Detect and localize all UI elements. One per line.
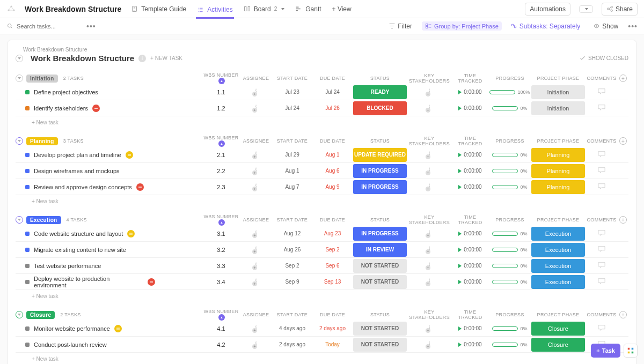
assignee-add-icon[interactable] (255, 341, 257, 348)
stakeholder-add-icon[interactable] (429, 230, 430, 237)
task-name[interactable]: Develop project plan and timeline (34, 152, 121, 158)
toolbar-more-icon[interactable]: ••• (628, 22, 638, 31)
col-progress[interactable]: PROGRESS (489, 138, 531, 144)
collapse-list-icon[interactable] (16, 55, 23, 62)
phase-pill[interactable]: Initiation (531, 101, 585, 115)
phase-pill[interactable]: Planning (531, 148, 585, 162)
time-tracked[interactable]: 0:00:00 (451, 325, 489, 331)
due-date[interactable]: Aug 6 (312, 168, 353, 174)
task-name[interactable]: Design wireframes and mockups (34, 168, 120, 174)
progress-cell[interactable]: 0% (489, 279, 531, 285)
due-date[interactable]: Aug 23 (312, 231, 353, 236)
col-due-date[interactable]: DUE DATE (312, 312, 353, 317)
col-wbs[interactable]: WBS NUMBER (202, 135, 240, 147)
add-view-button[interactable]: + View (331, 3, 353, 15)
group-collapse-icon[interactable] (16, 137, 23, 145)
new-task-row[interactable]: + New task (16, 195, 628, 204)
progress-cell[interactable]: 0% (489, 263, 531, 269)
col-project-phase[interactable]: PROJECT PHASE (531, 76, 586, 81)
group-collapse-icon[interactable] (16, 216, 23, 224)
group-tag[interactable]: Planning (26, 137, 58, 145)
col-time-tracked[interactable]: TIME TRACKED (451, 136, 489, 146)
assignee-add-icon[interactable] (255, 246, 257, 254)
task-row[interactable]: Code website structure and layout3.1Aug … (16, 226, 628, 242)
task-row[interactable]: Identify stakeholders1.2Jul 24Jul 26BLOC… (16, 100, 628, 116)
col-assignee[interactable]: ASSIGNEE (240, 312, 272, 317)
phase-pill[interactable]: Closure (531, 322, 585, 336)
task-row[interactable]: Design wireframes and mockups2.2Aug 1Aug… (16, 163, 628, 179)
phase-pill[interactable]: Closure (531, 338, 585, 352)
col-start-date[interactable]: START DATE (272, 138, 312, 144)
new-task-row[interactable]: + New task (16, 116, 628, 125)
comments-icon[interactable] (586, 278, 618, 286)
add-column-button[interactable]: + (619, 216, 627, 224)
start-date[interactable]: Aug 26 (272, 247, 312, 252)
col-assignee[interactable]: ASSIGNEE (240, 217, 272, 222)
time-tracked[interactable]: 0:00:00 (451, 184, 489, 190)
col-stakeholders[interactable]: KEY STAKEHOLDERS (407, 214, 451, 225)
add-column-button[interactable]: + (619, 137, 627, 145)
col-progress[interactable]: PROGRESS (489, 217, 531, 222)
new-task-row[interactable]: + New task (16, 353, 628, 362)
status-pill[interactable]: IN REVIEW (353, 243, 407, 257)
phase-pill[interactable]: Execution (531, 275, 585, 289)
col-comments[interactable]: COMMENTS (586, 76, 618, 81)
time-tracked[interactable]: 0:00:00 (451, 279, 489, 285)
status-pill[interactable]: NOT STARTED (353, 259, 407, 273)
status-pill[interactable]: NOT STARTED (353, 338, 407, 352)
due-date[interactable]: Sep 6 (312, 263, 353, 269)
comments-icon[interactable] (586, 183, 618, 191)
assignee-add-icon[interactable] (255, 151, 257, 159)
group-tag[interactable]: Execution (26, 216, 61, 224)
col-due-date[interactable]: DUE DATE (312, 217, 353, 222)
col-comments[interactable]: COMMENTS (586, 217, 618, 222)
more-icon[interactable]: ••• (86, 22, 96, 31)
col-time-tracked[interactable]: TIME TRACKED (451, 309, 489, 320)
stakeholder-add-icon[interactable] (429, 325, 430, 332)
col-status[interactable]: STATUS (353, 217, 407, 222)
col-project-phase[interactable]: PROJECT PHASE (531, 138, 586, 144)
col-progress[interactable]: PROGRESS (489, 76, 531, 81)
col-comments[interactable]: COMMENTS (586, 138, 618, 144)
time-tracked[interactable]: 0:00:00 (451, 263, 489, 269)
status-pill[interactable]: READY (353, 85, 407, 99)
time-tracked[interactable]: 0:00:00 (451, 231, 489, 236)
progress-cell[interactable]: 0% (489, 152, 531, 158)
assignee-add-icon[interactable] (255, 262, 257, 270)
progress-cell[interactable]: 100% (489, 90, 531, 95)
stakeholder-add-icon[interactable] (429, 167, 430, 175)
assignee-add-icon[interactable] (255, 278, 257, 286)
phase-pill[interactable]: Initiation (531, 85, 585, 99)
new-task-fab[interactable]: + Task (591, 344, 620, 358)
phase-pill[interactable]: Execution (531, 243, 585, 257)
comments-icon[interactable] (586, 88, 618, 96)
col-status[interactable]: STATUS (353, 312, 407, 317)
filter-button[interactable]: Filter (384, 20, 416, 32)
start-date[interactable]: Jul 23 (272, 89, 312, 95)
stakeholder-add-icon[interactable] (429, 151, 430, 159)
comments-icon[interactable] (586, 104, 618, 113)
assignee-add-icon[interactable] (255, 167, 257, 175)
new-task-row[interactable]: + New task (16, 290, 628, 299)
stakeholder-add-icon[interactable] (429, 246, 430, 254)
col-time-tracked[interactable]: TIME TRACKED (451, 214, 489, 225)
col-wbs[interactable]: WBS NUMBER (202, 214, 240, 226)
due-date[interactable]: Aug 9 (312, 184, 353, 190)
status-pill[interactable]: NOT STARTED (353, 275, 407, 289)
comments-icon[interactable] (586, 229, 618, 238)
automations-dropdown[interactable] (579, 5, 593, 13)
task-name[interactable]: Review and approve design concepts (34, 184, 132, 190)
col-due-date[interactable]: DUE DATE (312, 138, 353, 144)
start-date[interactable]: Sep 2 (272, 263, 312, 269)
stakeholder-add-icon[interactable] (429, 341, 430, 348)
col-progress[interactable]: PROGRESS (489, 312, 531, 317)
due-date[interactable]: 2 days ago (312, 325, 353, 331)
task-name[interactable]: Monitor website performance (34, 325, 110, 332)
time-tracked[interactable]: 0:00:00 (451, 152, 489, 158)
time-tracked[interactable]: 0:00:00 (451, 89, 489, 95)
status-pill[interactable]: UPDATE REQUIRED (353, 148, 407, 162)
apps-fab[interactable] (624, 344, 638, 358)
due-date[interactable]: Sep 2 (312, 247, 353, 252)
status-pill[interactable]: BLOCKED (353, 101, 407, 115)
tab-gantt[interactable]: Gantt (294, 3, 322, 15)
